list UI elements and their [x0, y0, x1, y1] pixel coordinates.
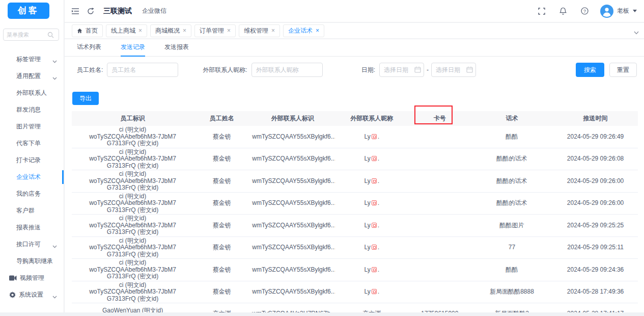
sidebar-item-label: 外部联系人 — [16, 89, 47, 97]
employee-name-input[interactable] — [107, 63, 178, 77]
reset-button[interactable]: 重置 — [609, 63, 637, 77]
sidebar-item[interactable]: 报表推送 — [0, 219, 64, 236]
content-tabs: 话术列表发送记录发送报表 — [65, 39, 644, 57]
filter-bar: 员工姓名: 外部联系人昵称: 日期: - 搜索 重置 — [65, 63, 644, 77]
sidebar-item-label: 图片管理 — [16, 122, 41, 131]
cell-card-number — [409, 192, 471, 215]
user-menu[interactable]: 老板 — [600, 5, 637, 18]
records-table-wrap: 员工标识员工姓名外部联系人标识外部联系人昵称卡号话术推送时间 ci (明文id)… — [72, 111, 638, 312]
cell-push-time: 2024-05-29 09:26:00 — [553, 192, 638, 215]
sidebar-item[interactable]: 视频管理 — [0, 270, 64, 286]
cell-employee-id: ci (明文id)woTySZCQAAbefb6hM3-7JbM7G7313Fr… — [72, 192, 193, 215]
sidebar-search-input[interactable] — [7, 32, 47, 38]
nav-tab[interactable]: 维权管理× — [239, 24, 280, 37]
sidebar-item[interactable]: 外部联系人 — [0, 85, 64, 101]
column-header: 员工姓名 — [193, 111, 250, 126]
app-logo: 创客 — [8, 3, 49, 19]
content-tab[interactable]: 发送报表 — [164, 39, 189, 57]
contact-nickname-input[interactable] — [251, 63, 323, 77]
broken-image-icon — [372, 156, 377, 161]
table-row: ci (明文id)woTySZCQAAbefb6hM3-7JbM7G7313Fr… — [72, 170, 638, 193]
nav-tab[interactable]: 线上商城× — [106, 24, 147, 37]
column-header: 卡号 — [409, 111, 471, 126]
sidebar-item[interactable]: 标签管理 — [0, 51, 64, 68]
sidebar-item[interactable]: 企业话术 — [0, 169, 64, 186]
cell-contact-id: wmTySZCQAAY55sXBylgkf6... — [250, 170, 335, 193]
cell-card-number — [409, 259, 471, 281]
cell-push-time: 2024-05-29 09:25:25 — [553, 215, 638, 237]
cell-employee-id: ci (明文id)woTySZCQAAbefb6hM3-7JbM7G7313Fr… — [72, 148, 193, 170]
sidebar-item[interactable]: 代客下单 — [0, 135, 64, 152]
fullscreen-icon[interactable] — [536, 6, 547, 17]
nav-tab-label: 维权管理 — [244, 27, 268, 35]
search-button[interactable]: 搜索 — [576, 63, 604, 77]
search-icon — [47, 32, 54, 38]
gear-icon — [9, 292, 16, 298]
sidebar-item[interactable]: 导购离职继承 — [0, 253, 64, 270]
close-icon[interactable]: × — [271, 28, 275, 34]
caret-down-icon — [633, 10, 637, 12]
cell-employee-name: 蔡金镑 — [193, 126, 250, 148]
table-header-row: 员工标识员工姓名外部联系人标识外部联系人昵称卡号话术推送时间 — [72, 111, 638, 126]
cell-contact-nickname: 高文渊 — [335, 303, 409, 313]
sidebar-item-label: 导购离职继承 — [16, 257, 53, 266]
sidebar-item[interactable]: 群发消息 — [0, 101, 64, 118]
collapse-menu-icon[interactable] — [70, 6, 81, 17]
cell-contact-nickname: Ly. — [335, 236, 409, 259]
broken-image-icon — [372, 200, 377, 205]
nav-tab[interactable]: 企业话术× — [283, 24, 324, 37]
tabs-chevron-down-icon[interactable] — [634, 29, 639, 36]
notification-bell-icon[interactable] — [557, 6, 569, 17]
date-start-picker[interactable] — [379, 63, 424, 77]
help-icon[interactable]: ? — [579, 6, 590, 17]
close-icon[interactable]: × — [227, 28, 231, 34]
sidebar-item[interactable]: 系统设置 — [0, 286, 64, 303]
close-icon[interactable]: × — [183, 28, 186, 34]
cell-employee-id: ci (明文id)woTySZCQAAbefb6hM3-7JbM7G7313Fr… — [72, 126, 193, 148]
cell-card-number: 17759615900 — [409, 303, 471, 313]
top-bar: 三联测试 企业微信 ? 老板 — [65, 0, 644, 22]
cell-push-time: 2024-05-28 17:49:36 — [553, 281, 638, 303]
date-end-picker[interactable] — [431, 63, 476, 77]
export-button[interactable]: 导出 — [72, 92, 99, 105]
cell-card-number — [409, 281, 471, 303]
nav-tab-label: 企业话术 — [288, 27, 313, 35]
broken-image-icon — [372, 223, 377, 228]
refresh-icon[interactable] — [85, 6, 96, 17]
nav-tab[interactable]: 订单管理× — [194, 24, 236, 37]
sidebar-item[interactable]: 图片管理 — [0, 118, 64, 135]
sidebar-item-label: 通用配置 — [16, 72, 41, 81]
close-icon[interactable]: × — [316, 28, 319, 34]
cell-contact-nickname: Ly. — [335, 126, 409, 148]
broken-image-icon — [372, 289, 377, 294]
cell-contact-nickname: Ly. — [335, 281, 409, 303]
nav-tab-label: 首页 — [86, 27, 98, 35]
cell-script: 77 — [471, 236, 553, 259]
sidebar-item[interactable]: 通用配置 — [0, 68, 64, 85]
avatar — [600, 5, 613, 18]
topbar-actions: ? 老板 — [536, 5, 637, 18]
sidebar-search-box[interactable] — [3, 29, 59, 41]
sidebar-item[interactable]: 接口许可 — [0, 236, 64, 253]
cell-contact-id: wmTySZCQAAY55sXBylgkf6... — [250, 281, 335, 303]
table-row: GaoWenYuan (明文id)woTySZCQAAFWfNIuIzJbxd_… — [72, 303, 638, 313]
sidebar-item[interactable]: 打卡记录 — [0, 152, 64, 169]
nav-tab-home[interactable]: 首页 — [72, 24, 103, 37]
sidebar-item[interactable]: 客户群 — [0, 202, 64, 219]
cell-script: 酷酷的话术 — [471, 192, 553, 215]
nav-tab[interactable]: 商城概况× — [150, 24, 191, 37]
content-tab[interactable]: 话术列表 — [77, 39, 101, 57]
app-window: 创客 标签管理通用配置外部联系人群发消息图片管理代客下单打卡记录企业话术我的店务… — [0, 0, 644, 316]
broken-image-icon — [372, 245, 377, 250]
home-icon — [77, 28, 82, 34]
contact-nickname-label: 外部联系人昵称: — [203, 66, 247, 74]
column-header: 话术 — [471, 111, 553, 126]
column-header: 外部联系人昵称 — [335, 111, 409, 126]
content-tab[interactable]: 发送记录 — [121, 39, 145, 57]
cell-employee-id: ci (明文id)woTySZCQAAbefb6hM3-7JbM7G7313Fr… — [72, 170, 193, 193]
close-icon[interactable]: × — [138, 28, 142, 34]
user-name: 老板 — [617, 7, 629, 15]
column-header: 员工标识 — [72, 111, 193, 126]
sidebar-item-label: 报表推送 — [16, 223, 41, 232]
sidebar-item[interactable]: 我的店务 — [0, 186, 64, 202]
